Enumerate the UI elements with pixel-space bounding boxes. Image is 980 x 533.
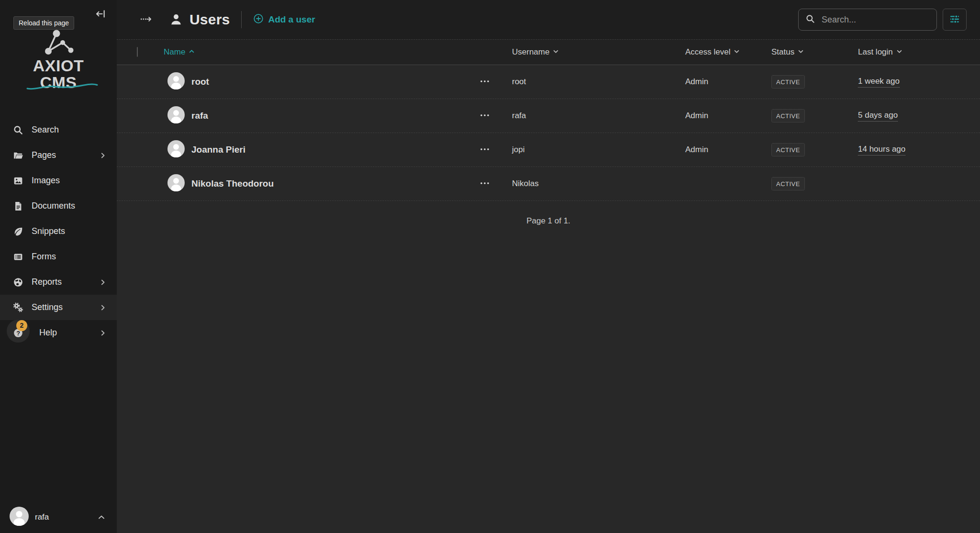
- table-header-row: Name Username: [117, 39, 980, 65]
- ellipsis-icon: [479, 78, 490, 86]
- column-label: Username: [512, 47, 549, 57]
- sidebar-item-label: Reports: [32, 277, 99, 287]
- column-label: Last login: [858, 47, 893, 57]
- caret-down-icon: [734, 47, 740, 57]
- app-root: Reload this page AXIOT CMS: [0, 0, 980, 533]
- row-actions-button[interactable]: [478, 75, 491, 89]
- sidebar-item-label: Images: [32, 176, 107, 186]
- plus-circle-icon: [253, 13, 264, 26]
- caret-down-icon: [896, 47, 902, 57]
- column-label: Name: [164, 47, 185, 57]
- cell-last-login[interactable]: 1 week ago: [858, 77, 900, 88]
- sidebar-item-snippets[interactable]: Snippets: [0, 219, 117, 244]
- search-icon: [805, 14, 815, 26]
- brand-logo[interactable]: AXIOT CMS: [0, 29, 117, 90]
- chevron-right-icon: [99, 303, 107, 312]
- pagination-status: Page 1 of 1.: [117, 216, 980, 226]
- folder-open-icon: [12, 150, 24, 161]
- ellipsis-icon: [479, 180, 490, 188]
- column-header-name[interactable]: Name: [164, 47, 478, 57]
- add-user-label: Add a user: [268, 14, 315, 25]
- cell-username: jopi: [512, 145, 685, 155]
- snippet-leaf-icon: [12, 226, 24, 237]
- page-header: Users Add a user: [117, 0, 980, 39]
- select-all-checkbox[interactable]: [137, 47, 138, 57]
- account-menu[interactable]: rafa: [0, 501, 117, 533]
- cell-username: rafa: [512, 111, 685, 121]
- filters-button[interactable]: [943, 9, 967, 31]
- reload-tooltip: Reload this page: [13, 16, 74, 30]
- users-icon: [169, 13, 183, 26]
- breadcrumb-expand-button[interactable]: [138, 12, 154, 28]
- sidebar-item-images[interactable]: Images: [0, 168, 117, 193]
- user-name-link[interactable]: rafa: [191, 111, 208, 121]
- notification-count-badge: 2: [16, 320, 27, 331]
- column-header-username[interactable]: Username: [512, 47, 685, 57]
- sidebar-item-label: Pages: [32, 150, 99, 160]
- page-title: Users: [189, 11, 230, 28]
- svg-text:?: ?: [16, 330, 20, 336]
- sidebar-item-search[interactable]: Search: [0, 117, 117, 143]
- sidebar-item-label: Settings: [32, 302, 99, 312]
- status-badge: ACTIVE: [771, 177, 805, 190]
- form-list-icon: [12, 251, 24, 263]
- table-row[interactable]: Joanna Pieri jopi Admin ACTIVE 14 hours …: [117, 133, 980, 167]
- brand-wave-icon: [26, 82, 98, 91]
- search-input[interactable]: [821, 14, 930, 25]
- sidebar-item-label: Search: [32, 125, 107, 135]
- user-name-link[interactable]: Joanna Pieri: [191, 144, 245, 155]
- cell-last-login[interactable]: 5 days ago: [858, 111, 898, 122]
- avatar: [167, 140, 185, 160]
- cell-username: Nikolas: [512, 179, 685, 189]
- brand-name-line1: AXIOT: [0, 57, 117, 74]
- main-content: Users Add a user: [117, 0, 980, 533]
- search-icon: [12, 124, 24, 136]
- sidebar-item-reports[interactable]: Reports: [0, 269, 117, 295]
- row-actions-button[interactable]: [478, 109, 491, 123]
- cell-access-level: Admin: [685, 77, 771, 87]
- chevron-right-icon: [99, 151, 107, 160]
- sliders-filter-icon: [949, 13, 960, 26]
- user-name-link[interactable]: root: [191, 77, 209, 87]
- user-name-link[interactable]: Nikolas Theodorou: [191, 178, 274, 189]
- ellipsis-icon: [479, 146, 490, 154]
- sidebar-item-documents[interactable]: Documents: [0, 193, 117, 219]
- caret-down-icon: [553, 47, 559, 57]
- column-header-last-login[interactable]: Last login: [858, 47, 980, 57]
- sidebar-menu: Search Pages: [0, 117, 117, 345]
- add-user-button[interactable]: Add a user: [253, 13, 315, 26]
- chevron-right-icon: [99, 329, 107, 337]
- status-badge: ACTIVE: [771, 75, 805, 89]
- search-box: [798, 9, 937, 31]
- column-header-status[interactable]: Status: [771, 47, 858, 57]
- account-username: rafa: [35, 512, 49, 522]
- table-row[interactable]: Nikolas Theodorou Nikolas ACTIVE: [117, 167, 980, 201]
- cell-last-login[interactable]: 14 hours ago: [858, 144, 905, 155]
- cell-access-level: Admin: [685, 145, 771, 155]
- sidebar-collapse-button[interactable]: [93, 7, 108, 22]
- document-icon: [12, 200, 24, 212]
- row-actions-button[interactable]: [478, 143, 491, 157]
- table-row[interactable]: root root Admin ACTIVE 1 week ago: [117, 65, 980, 99]
- sidebar-item-label: Snippets: [32, 226, 107, 236]
- avatar: [10, 507, 29, 528]
- sidebar-item-label: Documents: [32, 201, 107, 211]
- column-header-access-level[interactable]: Access level: [685, 47, 771, 57]
- avatar: [167, 106, 185, 126]
- sidebar-item-pages[interactable]: Pages: [0, 143, 117, 168]
- ellipsis-icon: [479, 112, 490, 120]
- table-row[interactable]: rafa rafa Admin ACTIVE 5 days ago: [117, 99, 980, 133]
- sidebar-item-label: Forms: [32, 252, 107, 262]
- chevron-right-icon: [99, 278, 107, 287]
- row-actions-button[interactable]: [478, 177, 491, 191]
- status-badge: ACTIVE: [771, 109, 805, 122]
- sidebar: Reload this page AXIOT CMS: [0, 0, 117, 533]
- sidebar-item-help[interactable]: ? 2 Help: [0, 320, 117, 345]
- sidebar-item-settings[interactable]: Settings: [0, 295, 117, 320]
- sidebar-item-forms[interactable]: Forms: [0, 244, 117, 269]
- sort-ascending-icon: [189, 47, 195, 57]
- status-badge: ACTIVE: [771, 143, 805, 156]
- collapse-sidebar-icon: [95, 13, 106, 21]
- globe-icon: [12, 277, 24, 288]
- avatar: [167, 174, 185, 194]
